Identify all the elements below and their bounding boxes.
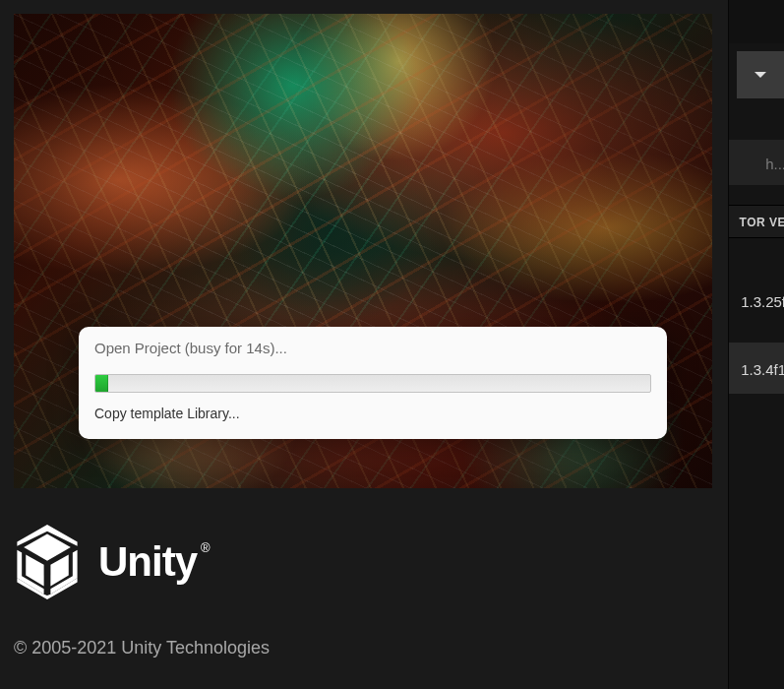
version-label[interactable]: 1.3.25f xyxy=(741,293,784,310)
progress-bar xyxy=(94,374,651,393)
copyright-text: © 2005-2021 Unity Technologies xyxy=(14,638,728,658)
registered-mark: ® xyxy=(201,540,211,555)
version-label[interactable]: 1.3.4f1 xyxy=(741,361,784,378)
unity-cube-icon xyxy=(14,524,81,600)
unity-logo: Unity® xyxy=(14,524,728,600)
progress-dialog: Open Project (busy for 14s)... Copy temp… xyxy=(79,327,667,439)
sidebar-top-strip xyxy=(729,0,784,43)
column-header-editor-version[interactable]: TOR VE xyxy=(740,216,784,229)
dialog-title: Open Project (busy for 14s)... xyxy=(94,340,651,356)
splash-image: Open Project (busy for 14s)... Copy temp… xyxy=(14,14,712,488)
dialog-status-text: Copy template Library... xyxy=(94,406,651,421)
progress-bar-fill xyxy=(95,375,108,392)
sidebar-fragment: h... TOR VE 1.3.25f 1.3.4f1 xyxy=(728,0,784,689)
dropdown-button[interactable] xyxy=(737,51,784,98)
unity-wordmark: Unity® xyxy=(98,538,211,586)
chevron-down-icon xyxy=(754,72,766,78)
search-input[interactable]: h... xyxy=(765,156,784,172)
